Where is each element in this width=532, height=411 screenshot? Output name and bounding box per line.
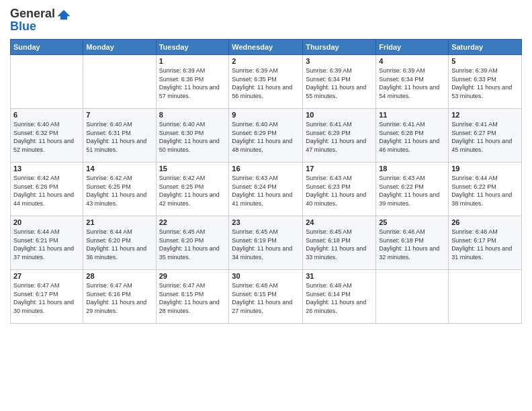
calendar-week-row: 13Sunrise: 6:42 AMSunset: 6:26 PMDayligh… xyxy=(11,163,522,216)
day-info: Sunrise: 6:40 AMSunset: 6:29 PMDaylight:… xyxy=(232,120,300,154)
day-number: 5 xyxy=(451,57,519,65)
day-number: 16 xyxy=(232,165,300,173)
calendar-cell: 24Sunrise: 6:45 AMSunset: 6:18 PMDayligh… xyxy=(303,216,376,270)
calendar-cell: 10Sunrise: 6:41 AMSunset: 6:29 PMDayligh… xyxy=(303,109,376,163)
day-info: Sunrise: 6:40 AMSunset: 6:31 PMDaylight:… xyxy=(86,120,152,154)
day-info: Sunrise: 6:45 AMSunset: 6:20 PMDaylight:… xyxy=(159,228,226,261)
calendar-cell: 11Sunrise: 6:41 AMSunset: 6:28 PMDayligh… xyxy=(376,109,449,163)
calendar-cell: 6Sunrise: 6:40 AMSunset: 6:32 PMDaylight… xyxy=(11,109,83,163)
day-number: 8 xyxy=(159,111,226,119)
calendar-cell: 2Sunrise: 6:39 AMSunset: 6:35 PMDaylight… xyxy=(229,55,303,109)
day-info: Sunrise: 6:43 AMSunset: 6:24 PMDaylight:… xyxy=(232,174,300,208)
day-number: 1 xyxy=(159,57,226,65)
day-number: 11 xyxy=(379,111,445,119)
calendar-cell: 16Sunrise: 6:43 AMSunset: 6:24 PMDayligh… xyxy=(229,163,303,216)
calendar-cell xyxy=(11,55,83,109)
calendar-cell: 9Sunrise: 6:40 AMSunset: 6:29 PMDaylight… xyxy=(229,109,303,163)
calendar-cell: 17Sunrise: 6:43 AMSunset: 6:23 PMDayligh… xyxy=(303,163,376,216)
calendar-cell: 7Sunrise: 6:40 AMSunset: 6:31 PMDaylight… xyxy=(83,109,156,163)
day-number: 19 xyxy=(451,165,519,173)
calendar-cell: 28Sunrise: 6:47 AMSunset: 6:16 PMDayligh… xyxy=(83,270,156,324)
day-info: Sunrise: 6:47 AMSunset: 6:16 PMDaylight:… xyxy=(86,281,152,315)
calendar-table: SundayMondayTuesdayWednesdayThursdayFrid… xyxy=(10,39,522,324)
calendar-cell: 22Sunrise: 6:45 AMSunset: 6:20 PMDayligh… xyxy=(156,216,229,270)
day-info: Sunrise: 6:44 AMSunset: 6:20 PMDaylight:… xyxy=(86,228,152,261)
page-header: General Blue xyxy=(10,7,522,34)
calendar-cell: 27Sunrise: 6:47 AMSunset: 6:17 PMDayligh… xyxy=(11,270,83,324)
day-number: 20 xyxy=(13,218,80,226)
day-info: Sunrise: 6:39 AMSunset: 6:34 PMDaylight:… xyxy=(306,66,373,100)
logo-blue: Blue xyxy=(10,19,36,34)
calendar-cell xyxy=(449,270,522,324)
day-info: Sunrise: 6:39 AMSunset: 6:35 PMDaylight:… xyxy=(232,66,300,100)
calendar-cell: 25Sunrise: 6:46 AMSunset: 6:18 PMDayligh… xyxy=(376,216,449,270)
day-info: Sunrise: 6:41 AMSunset: 6:28 PMDaylight:… xyxy=(379,120,445,154)
day-number: 6 xyxy=(13,111,80,119)
day-number: 29 xyxy=(159,272,226,280)
logo-general: General xyxy=(10,7,55,21)
calendar-cell: 29Sunrise: 6:47 AMSunset: 6:15 PMDayligh… xyxy=(156,270,229,324)
weekday-header: Thursday xyxy=(303,40,376,55)
weekday-header: Tuesday xyxy=(156,40,229,55)
day-info: Sunrise: 6:44 AMSunset: 6:21 PMDaylight:… xyxy=(13,228,80,261)
weekday-header: Sunday xyxy=(11,40,83,55)
day-number: 9 xyxy=(232,111,300,119)
day-number: 22 xyxy=(159,218,226,226)
day-info: Sunrise: 6:44 AMSunset: 6:22 PMDaylight:… xyxy=(451,174,519,208)
calendar-cell: 4Sunrise: 6:39 AMSunset: 6:34 PMDaylight… xyxy=(376,55,449,109)
day-info: Sunrise: 6:47 AMSunset: 6:15 PMDaylight:… xyxy=(159,281,226,315)
day-number: 13 xyxy=(13,165,80,173)
day-info: Sunrise: 6:48 AMSunset: 6:15 PMDaylight:… xyxy=(232,281,300,315)
day-number: 28 xyxy=(86,272,152,280)
calendar-cell: 14Sunrise: 6:42 AMSunset: 6:25 PMDayligh… xyxy=(83,163,156,216)
calendar-cell: 21Sunrise: 6:44 AMSunset: 6:20 PMDayligh… xyxy=(83,216,156,270)
day-number: 7 xyxy=(86,111,152,119)
calendar-week-row: 27Sunrise: 6:47 AMSunset: 6:17 PMDayligh… xyxy=(11,270,522,324)
day-number: 3 xyxy=(306,57,373,65)
day-info: Sunrise: 6:41 AMSunset: 6:27 PMDaylight:… xyxy=(451,120,519,154)
weekday-header: Monday xyxy=(83,40,156,55)
weekday-header: Wednesday xyxy=(229,40,303,55)
logo: General Blue xyxy=(10,7,71,34)
day-info: Sunrise: 6:42 AMSunset: 6:25 PMDaylight:… xyxy=(86,174,152,208)
day-info: Sunrise: 6:40 AMSunset: 6:32 PMDaylight:… xyxy=(13,120,80,154)
calendar-cell: 19Sunrise: 6:44 AMSunset: 6:22 PMDayligh… xyxy=(449,163,522,216)
day-number: 12 xyxy=(451,111,519,119)
calendar-cell: 5Sunrise: 6:39 AMSunset: 6:33 PMDaylight… xyxy=(449,55,522,109)
day-number: 26 xyxy=(451,218,519,226)
day-number: 15 xyxy=(159,165,226,173)
logo-icon xyxy=(56,7,71,22)
calendar-cell xyxy=(376,270,449,324)
day-number: 30 xyxy=(232,272,300,280)
weekday-header: Saturday xyxy=(449,40,522,55)
day-info: Sunrise: 6:42 AMSunset: 6:26 PMDaylight:… xyxy=(13,174,80,208)
day-number: 17 xyxy=(306,165,373,173)
day-info: Sunrise: 6:41 AMSunset: 6:29 PMDaylight:… xyxy=(306,120,373,154)
calendar-cell: 18Sunrise: 6:43 AMSunset: 6:22 PMDayligh… xyxy=(376,163,449,216)
calendar-cell: 20Sunrise: 6:44 AMSunset: 6:21 PMDayligh… xyxy=(11,216,83,270)
calendar-header-row: SundayMondayTuesdayWednesdayThursdayFrid… xyxy=(11,40,522,55)
calendar-week-row: 6Sunrise: 6:40 AMSunset: 6:32 PMDaylight… xyxy=(11,109,522,163)
day-number: 27 xyxy=(13,272,80,280)
day-number: 2 xyxy=(232,57,300,65)
day-info: Sunrise: 6:47 AMSunset: 6:17 PMDaylight:… xyxy=(13,281,80,315)
day-info: Sunrise: 6:40 AMSunset: 6:30 PMDaylight:… xyxy=(159,120,226,154)
day-info: Sunrise: 6:39 AMSunset: 6:33 PMDaylight:… xyxy=(451,66,519,100)
day-number: 18 xyxy=(379,165,445,173)
calendar-cell: 15Sunrise: 6:42 AMSunset: 6:25 PMDayligh… xyxy=(156,163,229,216)
calendar-week-row: 20Sunrise: 6:44 AMSunset: 6:21 PMDayligh… xyxy=(11,216,522,270)
calendar-cell: 23Sunrise: 6:45 AMSunset: 6:19 PMDayligh… xyxy=(229,216,303,270)
day-number: 4 xyxy=(379,57,445,65)
day-info: Sunrise: 6:46 AMSunset: 6:17 PMDaylight:… xyxy=(451,228,519,261)
day-info: Sunrise: 6:45 AMSunset: 6:19 PMDaylight:… xyxy=(232,228,300,261)
calendar-cell: 8Sunrise: 6:40 AMSunset: 6:30 PMDaylight… xyxy=(156,109,229,163)
calendar-week-row: 1Sunrise: 6:39 AMSunset: 6:36 PMDaylight… xyxy=(11,55,522,109)
calendar-cell: 13Sunrise: 6:42 AMSunset: 6:26 PMDayligh… xyxy=(11,163,83,216)
calendar-cell: 12Sunrise: 6:41 AMSunset: 6:27 PMDayligh… xyxy=(449,109,522,163)
calendar-cell: 3Sunrise: 6:39 AMSunset: 6:34 PMDaylight… xyxy=(303,55,376,109)
weekday-header: Friday xyxy=(376,40,449,55)
day-info: Sunrise: 6:42 AMSunset: 6:25 PMDaylight:… xyxy=(159,174,226,208)
day-number: 24 xyxy=(306,218,373,226)
day-number: 21 xyxy=(86,218,152,226)
day-info: Sunrise: 6:48 AMSunset: 6:14 PMDaylight:… xyxy=(306,281,373,315)
